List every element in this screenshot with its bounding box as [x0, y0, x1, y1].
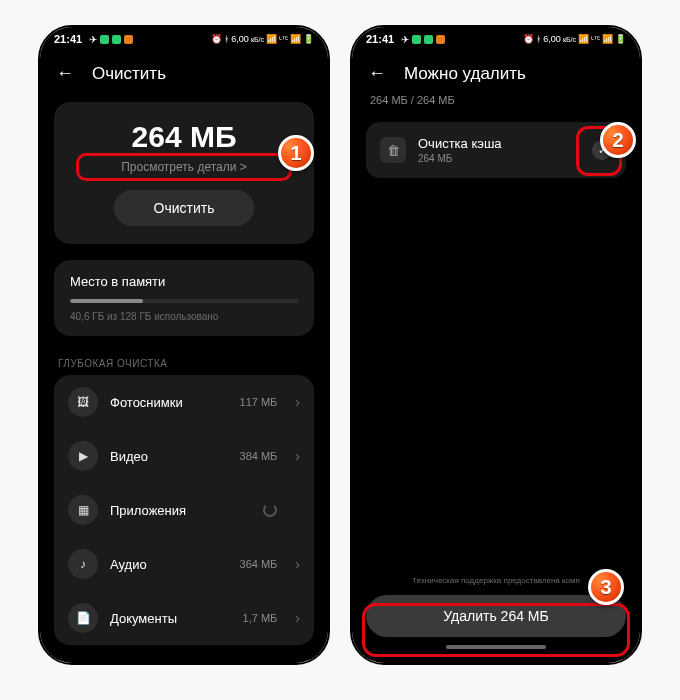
memory-card[interactable]: Место в памяти 40,6 ГБ из 128 ГБ использ… — [54, 260, 314, 336]
net-unit: кБ/с — [251, 36, 264, 43]
header: ← Можно удалить — [352, 51, 640, 94]
net-unit: кБ/с — [563, 36, 576, 43]
docs-icon: 📄 — [68, 603, 98, 633]
docs-label: Документы — [110, 611, 231, 626]
header: ← Очистить — [40, 51, 328, 94]
cache-sub: 264 МБ — [418, 153, 580, 164]
list-item-video[interactable]: ▶ Видео 384 МБ › — [54, 429, 314, 483]
net-speed: 6,00 — [543, 34, 561, 44]
photo-icon: 🖼 — [68, 387, 98, 417]
video-label: Видео — [110, 449, 228, 464]
status-right: ⏰ ᚼ 6,00 кБ/с 📶 ᴸᵀᴱ 📶 🔋 — [211, 34, 314, 44]
screen-clean: 21:41 ✈ ⏰ ᚼ 6,00 кБ/с 📶 ᴸᵀᴱ 📶 🔋 ← Очисти… — [40, 27, 328, 663]
memory-bar — [70, 299, 298, 303]
status-right: ⏰ ᚼ 6,00 кБ/с 📶 ᴸᵀᴱ 📶 🔋 — [523, 34, 626, 44]
page-title: Можно удалить — [404, 64, 526, 84]
spinner-icon — [263, 503, 277, 517]
docs-value: 1,7 МБ — [243, 612, 278, 624]
chevron-right-icon: › — [295, 394, 300, 410]
chevron-right-icon: › — [295, 556, 300, 572]
cache-row[interactable]: 🗑 Очистка кэша 264 МБ ✓ — [366, 122, 626, 178]
photos-label: Фотоснимки — [110, 395, 228, 410]
bluetooth-icon: ᚼ — [536, 34, 541, 44]
list-item-apps[interactable]: ▦ Приложения › — [54, 483, 314, 537]
memory-sub: 40,6 ГБ из 128 ГБ использовано — [70, 311, 298, 322]
video-icon: ▶ — [68, 441, 98, 471]
audio-value: 364 МБ — [240, 558, 278, 570]
callout-badge-3: 3 — [588, 569, 624, 605]
photos-value: 117 МБ — [240, 396, 278, 408]
video-value: 384 МБ — [240, 450, 278, 462]
back-arrow-icon[interactable]: ← — [56, 63, 74, 84]
status-app-icon-1 — [412, 35, 421, 44]
lte-icon: ᴸᵀᴱ — [279, 35, 288, 44]
status-bar: 21:41 ✈ ⏰ ᚼ 6,00 кБ/с 📶 ᴸᵀᴱ 📶 🔋 — [352, 27, 640, 51]
bluetooth-icon: ᚼ — [224, 34, 229, 44]
audio-label: Аудио — [110, 557, 228, 572]
cleanup-size: 264 МБ — [70, 120, 298, 154]
clean-button[interactable]: Очистить — [114, 190, 255, 226]
status-time: 21:41 — [366, 33, 394, 45]
battery-icon: 🔋 — [615, 34, 626, 44]
callout-badge-1: 1 — [278, 135, 314, 171]
callout-badge-2: 2 — [600, 122, 636, 158]
gesture-bar — [446, 645, 546, 649]
list-item-audio[interactable]: ♪ Аудио 364 МБ › — [54, 537, 314, 591]
status-app-icon-1 — [100, 35, 109, 44]
phone-right: 21:41 ✈ ⏰ ᚼ 6,00 кБ/с 📶 ᴸᵀᴱ 📶 🔋 ← Можно … — [350, 25, 642, 665]
memory-fill — [70, 299, 143, 303]
net-speed: 6,00 — [231, 34, 249, 44]
status-left: 21:41 ✈ — [54, 33, 133, 45]
cleanup-card: 264 МБ Просмотреть детали > Очистить — [54, 102, 314, 244]
list-item-photos[interactable]: 🖼 Фотоснимки 117 МБ › — [54, 375, 314, 429]
alarm-icon: ⏰ — [523, 34, 534, 44]
alarm-icon: ⏰ — [211, 34, 222, 44]
apps-label: Приложения — [110, 503, 251, 518]
signal2-icon: 📶 — [602, 34, 613, 44]
signal2-icon: 📶 — [290, 34, 301, 44]
back-arrow-icon[interactable]: ← — [368, 63, 386, 84]
battery-icon: 🔋 — [303, 34, 314, 44]
deep-clean-list: 🖼 Фотоснимки 117 МБ › ▶ Видео 384 МБ › ▦… — [54, 375, 314, 645]
size-summary: 264 МБ / 264 МБ — [352, 94, 640, 116]
phone-left: 21:41 ✈ ⏰ ᚼ 6,00 кБ/с 📶 ᴸᵀᴱ 📶 🔋 ← Очисти… — [38, 25, 330, 665]
send-icon: ✈ — [401, 34, 409, 45]
send-icon: ✈ — [89, 34, 97, 45]
screen-deletable: 21:41 ✈ ⏰ ᚼ 6,00 кБ/с 📶 ᴸᵀᴱ 📶 🔋 ← Можно … — [352, 27, 640, 663]
apps-icon: ▦ — [68, 495, 98, 525]
view-details-link[interactable]: Просмотреть детали > — [70, 160, 298, 174]
signal-icon: 📶 — [266, 34, 277, 44]
trash-icon: 🗑 — [380, 137, 406, 163]
audio-icon: ♪ — [68, 549, 98, 579]
status-time: 21:41 — [54, 33, 82, 45]
lte-icon: ᴸᵀᴱ — [591, 35, 600, 44]
status-app-icon-3 — [436, 35, 445, 44]
delete-button[interactable]: Удалить 264 МБ — [366, 595, 626, 637]
status-bar: 21:41 ✈ ⏰ ᚼ 6,00 кБ/с 📶 ᴸᵀᴱ 📶 🔋 — [40, 27, 328, 51]
chevron-right-icon: › — [295, 448, 300, 464]
cache-text-block: Очистка кэша 264 МБ — [418, 136, 580, 164]
list-item-docs[interactable]: 📄 Документы 1,7 МБ › — [54, 591, 314, 645]
status-app-icon-3 — [124, 35, 133, 44]
memory-title: Место в памяти — [70, 274, 298, 289]
status-app-icon-2 — [112, 35, 121, 44]
chevron-right-icon: › — [295, 610, 300, 626]
page-title: Очистить — [92, 64, 166, 84]
deep-clean-label: ГЛУБОКАЯ ОЧИСТКА — [40, 344, 328, 375]
status-left: 21:41 ✈ — [366, 33, 445, 45]
cache-title: Очистка кэша — [418, 136, 580, 151]
signal-icon: 📶 — [578, 34, 589, 44]
status-app-icon-2 — [424, 35, 433, 44]
